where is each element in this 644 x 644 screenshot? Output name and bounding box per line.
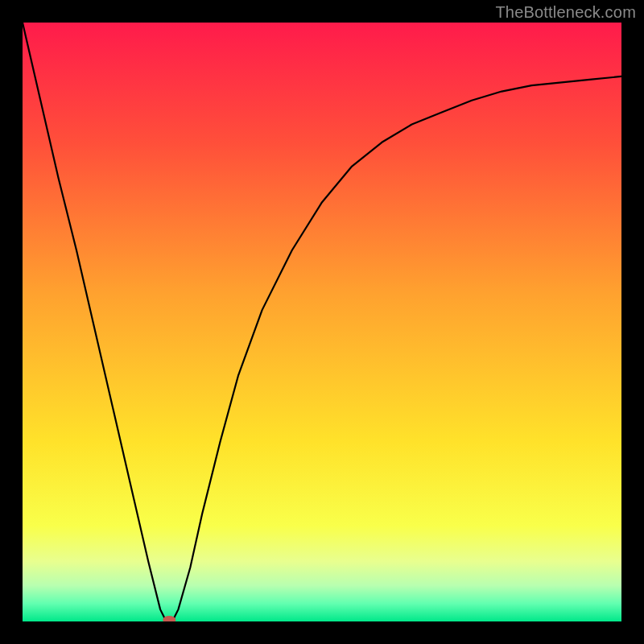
bottleneck-chart xyxy=(23,23,621,621)
chart-frame xyxy=(23,23,621,621)
watermark-text: TheBottleneck.com xyxy=(495,3,636,22)
gradient-background xyxy=(23,23,621,621)
